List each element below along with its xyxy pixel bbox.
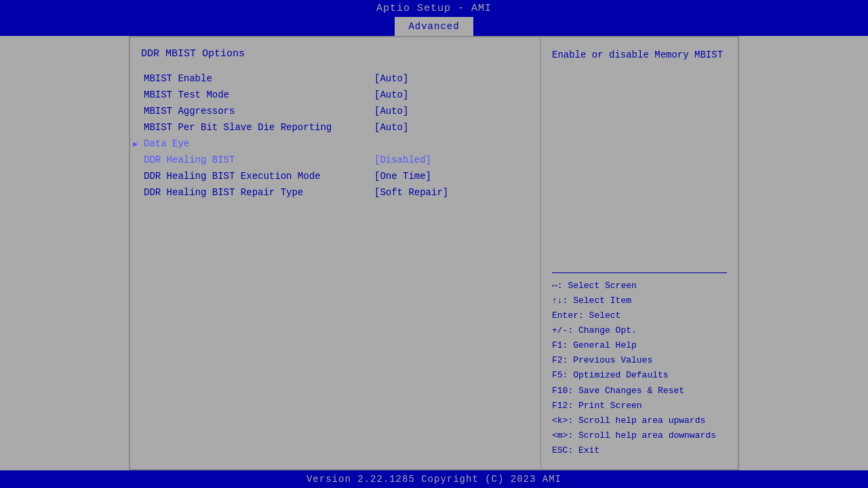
menu-item-label: DDR Healing BIST: [144, 155, 374, 165]
menu-item-value: [Auto]: [374, 73, 408, 84]
left-panel: DDR MBIST Options MBIST Enable[Auto]MBIS…: [130, 37, 541, 469]
menu-item[interactable]: MBIST Aggressors[Auto]: [141, 106, 540, 117]
menu-item-value: [Soft Repair]: [374, 187, 448, 198]
menu-item-label: DDR Healing BIST Repair Type: [144, 187, 374, 198]
menu-item-value: [Auto]: [374, 106, 408, 117]
menu-item[interactable]: MBIST Test Mode[Auto]: [141, 89, 540, 100]
menu-item-value: [One Time]: [374, 171, 431, 182]
menu-item[interactable]: DDR Healing BIST Repair Type[Soft Repair…: [141, 187, 540, 198]
footer-text: Version 2.22.1285 Copyright (C) 2023 AMI: [307, 474, 561, 485]
key-help-item: +/-: Change Opt.: [552, 323, 727, 338]
key-help-item: F10: Save Changes & Reset: [552, 384, 727, 399]
key-help: ↔: Select Screen↑↓: Select ItemEnter: Se…: [552, 279, 727, 458]
menu-item-label: DDR Healing BIST Execution Mode: [144, 171, 374, 182]
tab-bar: Advanced: [0, 17, 868, 36]
menu-item-label: Data Eye: [144, 138, 374, 149]
key-help-item: F2: Previous Values: [552, 353, 727, 368]
key-help-item: F12: Print Screen: [552, 399, 727, 413]
key-help-item: ESC: Exit: [552, 443, 727, 458]
app-title: Aptio Setup - AMI: [376, 3, 492, 14]
key-help-item: ↔: Select Screen: [552, 279, 727, 293]
key-help-item: <k>: Scroll help area upwards: [552, 413, 727, 428]
menu-item-label: MBIST Enable: [144, 73, 374, 84]
footer: Version 2.22.1285 Copyright (C) 2023 AMI: [0, 470, 868, 488]
menu-item-label: MBIST Aggressors: [144, 106, 374, 117]
divider: [552, 272, 727, 273]
main-content: DDR MBIST Options MBIST Enable[Auto]MBIS…: [129, 36, 739, 470]
key-help-item: ↑↓: Select Item: [552, 293, 727, 308]
tab-advanced[interactable]: Advanced: [395, 17, 473, 36]
help-text: Enable or disable Memory MBIST: [552, 48, 727, 260]
menu-item-label: MBIST Test Mode: [144, 89, 374, 100]
tab-advanced-label: Advanced: [408, 21, 459, 32]
menu-item[interactable]: DDR Healing BIST Execution Mode[One Time…: [141, 171, 540, 182]
menu-item[interactable]: MBIST Enable[Auto]: [141, 73, 540, 84]
menu-item[interactable]: MBIST Per Bit Slave Die Reporting[Auto]: [141, 122, 540, 133]
menu-item[interactable]: ▶Data Eye: [141, 138, 540, 149]
panel-title: DDR MBIST Options: [141, 48, 540, 60]
menu-item-value: [Disabled]: [374, 155, 431, 165]
menu-item-value: [Auto]: [374, 89, 408, 100]
menu-item[interactable]: DDR Healing BIST[Disabled]: [141, 155, 540, 165]
menu-item-label: MBIST Per Bit Slave Die Reporting: [144, 122, 374, 133]
menu-item-value: [Auto]: [374, 122, 408, 133]
right-panel: Enable or disable Memory MBIST ↔: Select…: [541, 37, 738, 469]
menu-items: MBIST Enable[Auto]MBIST Test Mode[Auto]M…: [141, 73, 540, 198]
key-help-item: <m>: Scroll help area downwards: [552, 428, 727, 443]
title-bar: Aptio Setup - AMI: [0, 0, 868, 17]
arrow-icon: ▶: [133, 139, 138, 149]
key-help-item: F5: Optimized Defaults: [552, 368, 727, 383]
key-help-item: Enter: Select: [552, 308, 727, 323]
key-help-item: F1: General Help: [552, 338, 727, 353]
